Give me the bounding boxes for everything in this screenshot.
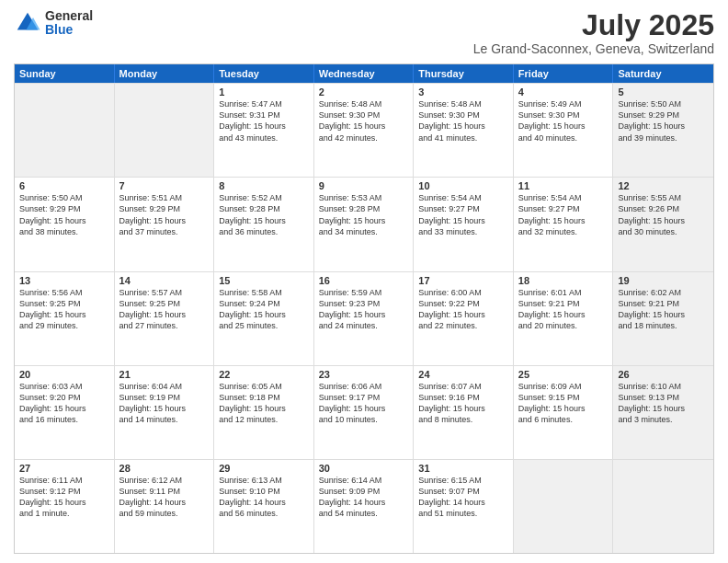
calendar-row-5: 27Sunrise: 6:11 AM Sunset: 9:12 PM Dayli… [15, 459, 713, 553]
day-info: Sunrise: 5:48 AM Sunset: 9:30 PM Dayligh… [418, 98, 508, 144]
day-info: Sunrise: 6:03 AM Sunset: 9:20 PM Dayligh… [19, 381, 109, 426]
day-info: Sunrise: 5:57 AM Sunset: 9:25 PM Dayligh… [119, 287, 210, 332]
day-number: 24 [418, 369, 508, 380]
day-number: 15 [219, 275, 309, 286]
calendar-cell: 5Sunrise: 5:50 AM Sunset: 9:29 PM Daylig… [613, 84, 713, 177]
weekday-header-sunday: Sunday [15, 64, 115, 83]
day-info: Sunrise: 5:52 AM Sunset: 9:28 PM Dayligh… [219, 192, 309, 237]
day-number: 30 [319, 463, 409, 474]
logo: General Blue [14, 9, 93, 38]
calendar-cell: 9Sunrise: 5:53 AM Sunset: 9:28 PM Daylig… [314, 178, 415, 270]
calendar-cell: 11Sunrise: 5:54 AM Sunset: 9:27 PM Dayli… [514, 178, 614, 270]
day-number: 12 [618, 180, 709, 191]
day-number: 28 [119, 463, 210, 474]
day-info: Sunrise: 6:02 AM Sunset: 9:21 PM Dayligh… [618, 287, 709, 332]
day-info: Sunrise: 6:06 AM Sunset: 9:17 PM Dayligh… [319, 381, 409, 426]
day-number: 20 [19, 369, 109, 380]
day-info: Sunrise: 6:07 AM Sunset: 9:16 PM Dayligh… [418, 381, 508, 426]
calendar-cell: 23Sunrise: 6:06 AM Sunset: 9:17 PM Dayli… [314, 366, 415, 459]
calendar-cell: 14Sunrise: 5:57 AM Sunset: 9:25 PM Dayli… [115, 272, 215, 365]
calendar-cell: 4Sunrise: 5:49 AM Sunset: 9:30 PM Daylig… [514, 84, 614, 177]
day-info: Sunrise: 5:51 AM Sunset: 9:29 PM Dayligh… [119, 192, 210, 237]
day-number: 31 [418, 463, 508, 474]
day-number: 3 [418, 86, 508, 98]
logo-text: General Blue [45, 9, 93, 38]
day-info: Sunrise: 6:09 AM Sunset: 9:15 PM Dayligh… [518, 381, 609, 426]
day-info: Sunrise: 5:50 AM Sunset: 9:29 PM Dayligh… [19, 192, 109, 237]
day-number: 14 [119, 275, 210, 286]
calendar-cell: 21Sunrise: 6:04 AM Sunset: 9:19 PM Dayli… [115, 366, 215, 459]
calendar-cell: 22Sunrise: 6:05 AM Sunset: 9:18 PM Dayli… [214, 366, 314, 459]
day-number: 5 [618, 86, 709, 98]
calendar-cell: 1Sunrise: 5:47 AM Sunset: 9:31 PM Daylig… [214, 84, 314, 177]
day-info: Sunrise: 5:49 AM Sunset: 9:30 PM Dayligh… [518, 98, 609, 144]
day-number: 1 [219, 86, 309, 98]
day-info: Sunrise: 5:53 AM Sunset: 9:28 PM Dayligh… [319, 192, 409, 237]
logo-general: General [45, 9, 93, 23]
day-number: 27 [19, 463, 109, 474]
calendar-cell: 6Sunrise: 5:50 AM Sunset: 9:29 PM Daylig… [15, 178, 115, 270]
calendar-cell [15, 84, 115, 177]
main-title: July 2025 [473, 9, 714, 41]
day-number: 23 [319, 369, 409, 380]
calendar-cell: 28Sunrise: 6:12 AM Sunset: 9:11 PM Dayli… [115, 460, 215, 553]
weekday-header-wednesday: Wednesday [314, 64, 415, 83]
day-info: Sunrise: 6:13 AM Sunset: 9:10 PM Dayligh… [219, 475, 309, 520]
day-number: 7 [119, 180, 210, 191]
day-number: 22 [219, 369, 309, 380]
day-info: Sunrise: 6:05 AM Sunset: 9:18 PM Dayligh… [219, 381, 309, 426]
day-info: Sunrise: 6:00 AM Sunset: 9:22 PM Dayligh… [418, 287, 508, 332]
weekday-header-thursday: Thursday [414, 64, 514, 83]
day-info: Sunrise: 6:10 AM Sunset: 9:13 PM Dayligh… [618, 381, 709, 426]
calendar-cell: 27Sunrise: 6:11 AM Sunset: 9:12 PM Dayli… [15, 460, 115, 553]
calendar-cell: 30Sunrise: 6:14 AM Sunset: 9:09 PM Dayli… [314, 460, 415, 553]
day-info: Sunrise: 5:55 AM Sunset: 9:26 PM Dayligh… [618, 192, 709, 237]
day-info: Sunrise: 5:59 AM Sunset: 9:23 PM Dayligh… [319, 287, 409, 332]
calendar-cell: 31Sunrise: 6:15 AM Sunset: 9:07 PM Dayli… [414, 460, 514, 553]
day-number: 21 [119, 369, 210, 380]
calendar-cell [613, 460, 713, 553]
calendar-cell: 19Sunrise: 6:02 AM Sunset: 9:21 PM Dayli… [613, 272, 713, 365]
calendar-row-4: 20Sunrise: 6:03 AM Sunset: 9:20 PM Dayli… [15, 365, 713, 459]
calendar-row-3: 13Sunrise: 5:56 AM Sunset: 9:25 PM Dayli… [15, 271, 713, 365]
day-info: Sunrise: 5:54 AM Sunset: 9:27 PM Dayligh… [518, 192, 609, 237]
day-info: Sunrise: 5:47 AM Sunset: 9:31 PM Dayligh… [219, 98, 309, 144]
title-block: July 2025 Le Grand-Saconnex, Geneva, Swi… [473, 9, 714, 56]
calendar-body: 1Sunrise: 5:47 AM Sunset: 9:31 PM Daylig… [15, 83, 713, 553]
day-number: 26 [618, 369, 709, 380]
day-number: 8 [219, 180, 309, 191]
day-info: Sunrise: 6:04 AM Sunset: 9:19 PM Dayligh… [119, 381, 210, 426]
calendar-cell: 8Sunrise: 5:52 AM Sunset: 9:28 PM Daylig… [214, 178, 314, 270]
calendar-cell: 20Sunrise: 6:03 AM Sunset: 9:20 PM Dayli… [15, 366, 115, 459]
calendar-cell: 17Sunrise: 6:00 AM Sunset: 9:22 PM Dayli… [414, 272, 514, 365]
weekday-header-saturday: Saturday [613, 64, 713, 83]
calendar-cell: 26Sunrise: 6:10 AM Sunset: 9:13 PM Dayli… [613, 366, 713, 459]
day-info: Sunrise: 6:15 AM Sunset: 9:07 PM Dayligh… [418, 475, 508, 520]
calendar-row-2: 6Sunrise: 5:50 AM Sunset: 9:29 PM Daylig… [15, 177, 713, 270]
calendar-cell: 13Sunrise: 5:56 AM Sunset: 9:25 PM Dayli… [15, 272, 115, 365]
day-number: 9 [319, 180, 409, 191]
day-number: 17 [418, 275, 508, 286]
header: General Blue July 2025 Le Grand-Saconnex… [14, 9, 714, 56]
calendar-cell [514, 460, 614, 553]
day-info: Sunrise: 5:56 AM Sunset: 9:25 PM Dayligh… [19, 287, 109, 332]
calendar-cell: 7Sunrise: 5:51 AM Sunset: 9:29 PM Daylig… [115, 178, 215, 270]
calendar-cell: 16Sunrise: 5:59 AM Sunset: 9:23 PM Dayli… [314, 272, 415, 365]
day-number: 16 [319, 275, 409, 286]
calendar-cell: 2Sunrise: 5:48 AM Sunset: 9:30 PM Daylig… [314, 84, 415, 177]
calendar-cell: 10Sunrise: 5:54 AM Sunset: 9:27 PM Dayli… [414, 178, 514, 270]
day-number: 29 [219, 463, 309, 474]
subtitle: Le Grand-Saconnex, Geneva, Switzerland [473, 41, 714, 56]
day-info: Sunrise: 6:11 AM Sunset: 9:12 PM Dayligh… [19, 475, 109, 520]
page: General Blue July 2025 Le Grand-Saconnex… [0, 0, 728, 563]
day-info: Sunrise: 5:54 AM Sunset: 9:27 PM Dayligh… [418, 192, 508, 237]
day-number: 13 [19, 275, 109, 286]
day-number: 25 [518, 369, 609, 380]
logo-blue: Blue [45, 23, 93, 37]
calendar-header: SundayMondayTuesdayWednesdayThursdayFrid… [15, 64, 713, 83]
day-number: 10 [418, 180, 508, 191]
day-info: Sunrise: 5:48 AM Sunset: 9:30 PM Dayligh… [319, 98, 409, 144]
calendar-cell [115, 84, 215, 177]
calendar-cell: 12Sunrise: 5:55 AM Sunset: 9:26 PM Dayli… [613, 178, 713, 270]
calendar-cell: 15Sunrise: 5:58 AM Sunset: 9:24 PM Dayli… [214, 272, 314, 365]
